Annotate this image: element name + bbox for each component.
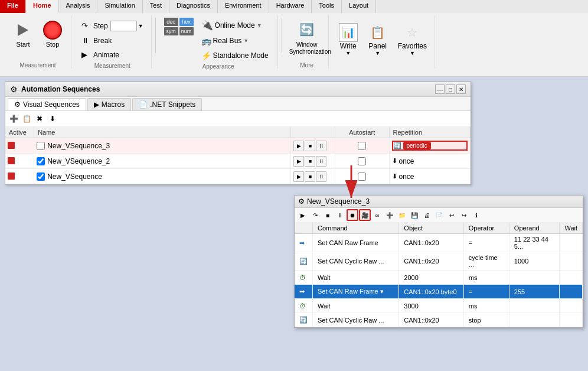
tab-test[interactable]: Test <box>143 0 169 13</box>
delete-seq-button[interactable]: ✖ <box>34 113 45 125</box>
favorites-dropdown[interactable]: ▼ <box>410 50 415 56</box>
vseq-folder-btn[interactable]: 📁 <box>396 209 408 221</box>
seq-name-cell[interactable]: New_VSequence_3 <box>34 138 291 154</box>
step-value-input[interactable]: 100 <box>110 21 137 31</box>
vseq-title-icon: ⚙ <box>298 197 305 206</box>
panel-dropdown[interactable]: ▼ <box>375 50 380 56</box>
online-mode-button[interactable]: 🔌 Online Mode ▼ <box>197 18 273 32</box>
seq-pause-3[interactable]: ⏸ <box>316 171 326 182</box>
close-button[interactable]: ✕ <box>456 84 466 94</box>
tab-hardware[interactable]: Hardware <box>269 0 312 13</box>
tab-layout[interactable]: Layout <box>342 0 376 13</box>
hex-button[interactable]: hex <box>179 18 194 26</box>
write-button[interactable]: 📊 Write ▼ <box>335 20 362 59</box>
cmd-icon-2: 🔄 <box>295 252 313 271</box>
seq-play-3[interactable]: ▶ <box>293 171 304 182</box>
ribbon-content: Start Stop Measurement ↷ Step 100 ▼ <box>0 13 588 76</box>
window-sync-label: Window Synchronization <box>289 41 325 56</box>
vseq-loop-btn[interactable]: ∞ <box>371 209 383 221</box>
cmd-operator-3: ms <box>463 271 509 285</box>
seq-stop-2[interactable]: ■ <box>305 156 315 167</box>
start-button[interactable]: Start <box>9 18 37 51</box>
vseq-play-btn[interactable]: ▶ <box>297 209 309 221</box>
table-row[interactable]: ⏱ Wait 3000 ms <box>295 299 583 313</box>
num-button[interactable]: num <box>179 27 194 35</box>
step-dropdown-icon[interactable]: ▼ <box>138 23 143 29</box>
tab-macros[interactable]: ▶ Macros <box>87 98 131 110</box>
table-row[interactable]: ➡ Set CAN Raw Frame ▾ CAN1::0x20.byte0 =… <box>295 285 583 299</box>
step-button[interactable]: ↷ Step 100 ▼ <box>79 19 146 33</box>
vseq-record2-btn[interactable]: 🎥 <box>359 209 371 221</box>
cmd-col-object: Object <box>399 223 463 234</box>
seq-name-cell-3[interactable]: New_VSequence <box>34 169 291 184</box>
cmd-operand-5 <box>509 299 560 313</box>
vseq-print-btn[interactable]: 🖨 <box>421 209 433 221</box>
seq-active-cell-3 <box>5 169 34 184</box>
real-bus-button[interactable]: 🚌 Real Bus ▼ <box>197 34 273 47</box>
table-row[interactable]: ➡ Set CAN Raw Frame CAN1::0x20 = 11 22 3… <box>295 234 583 252</box>
restore-button[interactable]: □ <box>446 84 455 94</box>
seq-stop-1[interactable]: ■ <box>305 141 315 151</box>
add-seq-button[interactable]: ➕ <box>8 113 19 125</box>
vseq-step-btn[interactable]: ↷ <box>309 209 321 221</box>
cmd-operator-1: = <box>463 234 509 252</box>
tab-analysis[interactable]: Analysis <box>59 0 98 13</box>
vseq-stop-btn[interactable]: ■ <box>322 209 334 221</box>
tab-home[interactable]: Home <box>26 0 59 13</box>
cmd-col-operator: Operator <box>463 223 509 234</box>
vseq-record-btn[interactable]: ⏺ <box>347 209 358 221</box>
table-row: New_VSequence ▶ ■ ⏸ <box>5 169 471 184</box>
seq-name-2: New_VSequence_2 <box>47 157 110 165</box>
cmd-operand-4: 255 <box>509 285 560 299</box>
animate-button[interactable]: ▶ Animate <box>79 48 146 61</box>
seq-play-2[interactable]: ▶ <box>293 156 304 167</box>
tab-simulation[interactable]: Simulation <box>97 0 142 13</box>
ribbon-group-winsync: 🔄 Window Synchronization More <box>286 15 329 69</box>
write-dropdown[interactable]: ▼ <box>345 50 351 56</box>
favorites-button[interactable]: ☆ Favorites ▼ <box>394 20 431 59</box>
dec-button[interactable]: dec <box>164 18 178 26</box>
vseq-add-btn[interactable]: ➕ <box>384 209 396 221</box>
tab-visual-sequences[interactable]: ⚙ Visual Sequences <box>8 98 86 110</box>
tab-tools[interactable]: Tools <box>312 0 342 13</box>
vseq-info-btn[interactable]: ℹ <box>471 209 482 221</box>
import-seq-button[interactable]: ⬇ <box>47 113 58 125</box>
table-row[interactable]: 🔄 Set CAN Cyclic Raw ... CAN1::0x20 stop <box>295 313 583 327</box>
table-row[interactable]: 🔄 Set CAN Cyclic Raw ... CAN1::0x20 cycl… <box>295 252 583 271</box>
seq-stop-3[interactable]: ■ <box>305 171 315 182</box>
seq-checkbox-3[interactable] <box>37 173 45 181</box>
seq-pause-2[interactable]: ⏸ <box>316 156 326 167</box>
window-sync-button[interactable]: 🔄 Window Synchronization <box>289 18 325 56</box>
red-arrow <box>339 162 387 210</box>
tab-file[interactable]: File <box>0 0 26 13</box>
copy-seq-button[interactable]: 📋 <box>21 113 32 125</box>
sep1 <box>155 18 156 53</box>
tab-diagnostics[interactable]: Diagnostics <box>169 0 218 13</box>
seq-name-cell-2[interactable]: New_VSequence_2 <box>34 154 291 169</box>
standalone-mode-button[interactable]: ⚡ Standalone Mode <box>197 49 273 62</box>
panel-button[interactable]: 📋 Panel ▼ <box>364 20 391 59</box>
vseq-undo-btn[interactable]: ↩ <box>446 209 458 221</box>
real-bus-dropdown[interactable]: ▼ <box>243 38 249 44</box>
seq-checkbox-1[interactable] <box>37 142 45 150</box>
tab-net-snippets[interactable]: 📄 .NET Snippets <box>132 98 202 110</box>
table-row[interactable]: ⏱ Wait 2000 ms <box>295 271 583 285</box>
vseq-pause-btn[interactable]: ⏸ <box>334 209 346 221</box>
online-mode-dropdown[interactable]: ▼ <box>257 22 262 28</box>
break-button[interactable]: ⏸ Break <box>79 34 146 47</box>
sym-button[interactable]: sym <box>164 27 178 35</box>
vseq-save-btn[interactable]: 💾 <box>409 209 420 221</box>
stop-button[interactable]: Stop <box>39 18 66 51</box>
tab-environment[interactable]: Environment <box>218 0 269 13</box>
window-sync-icon: 🔄 <box>295 18 319 41</box>
vseq-titlebar[interactable]: ⚙ New_VSequence_3 <box>295 196 583 208</box>
vseq-redo-btn[interactable]: ↪ <box>458 209 470 221</box>
seq-autostart-1[interactable] <box>335 138 389 154</box>
autostart-checkbox-1[interactable] <box>358 142 366 150</box>
seq-pause-1[interactable]: ⏸ <box>316 141 326 151</box>
vseq-print2-btn[interactable]: 📄 <box>433 209 445 221</box>
minimize-button[interactable]: — <box>435 84 445 94</box>
seq-play-1[interactable]: ▶ <box>293 141 304 151</box>
seq-checkbox-2[interactable] <box>37 157 45 165</box>
automation-panel-titlebar[interactable]: ⚙ Automation Sequences — □ ✕ <box>5 82 471 97</box>
